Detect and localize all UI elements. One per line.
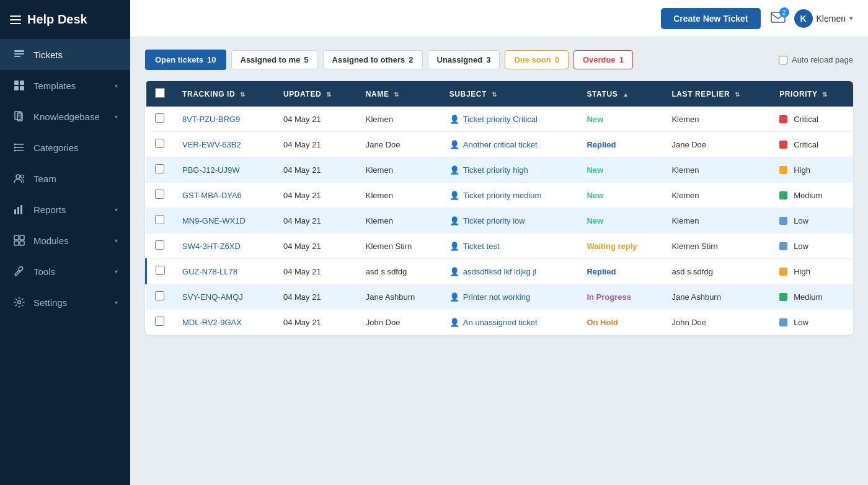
subject-link[interactable]: Ticket priority medium <box>463 191 542 200</box>
subject-cell: 👤 Ticket priority Critical <box>441 107 578 132</box>
tracking-id-link[interactable]: GST-MBA-DYA6 <box>182 191 242 200</box>
last-replier-cell: Jane Doe <box>663 132 771 157</box>
tracking-id-link[interactable]: GUZ-N78-LL78 <box>182 267 237 276</box>
sidebar-item-team[interactable]: Team <box>0 163 130 194</box>
categories-icon <box>12 141 26 154</box>
tracking-id-link[interactable]: MDL-RV2-9GAX <box>182 318 242 327</box>
subject-link[interactable]: Ticket priority low <box>463 216 525 225</box>
subject-link[interactable]: Another critical ticket <box>463 140 538 149</box>
row-checkbox[interactable] <box>156 266 165 275</box>
row-checkbox[interactable] <box>155 139 164 148</box>
th-subject[interactable]: SUBJECT ⇅ <box>441 81 578 107</box>
tracking-id-link[interactable]: VER-EWV-63B2 <box>182 140 241 149</box>
sidebar-item-settings[interactable]: Settings ▾ <box>0 287 130 318</box>
sidebar: Help Desk Tickets <box>0 0 130 485</box>
create-ticket-button[interactable]: Create New Ticket <box>661 8 760 29</box>
subject-link[interactable]: Ticket test <box>463 242 500 251</box>
row-checkbox[interactable] <box>155 190 164 199</box>
sidebar-item-templates[interactable]: Templates ▾ <box>0 70 130 101</box>
row-checkbox-cell <box>146 284 174 310</box>
subject-user-icon: 👤 <box>450 140 459 149</box>
due-soon-filter[interactable]: Due soon 0 <box>505 50 568 69</box>
sidebar-item-reports[interactable]: Reports ▾ <box>0 194 130 225</box>
subject-user-icon: 👤 <box>450 216 459 225</box>
tracking-id-link[interactable]: SW4-3HT-Z6XD <box>182 242 241 251</box>
row-checkbox-cell <box>146 208 174 234</box>
row-checkbox[interactable] <box>155 164 164 173</box>
priority-color-dot <box>779 318 787 326</box>
open-tickets-filter[interactable]: Open tickets 10 <box>145 50 226 70</box>
knowledgebase-icon <box>12 110 26 123</box>
th-name[interactable]: NAME ⇅ <box>357 81 441 107</box>
tracking-id-link[interactable]: 8VT-PZU-BRG9 <box>182 115 240 124</box>
priority-color-dot <box>779 141 787 149</box>
status-badge: Replied <box>587 140 616 149</box>
subject-link[interactable]: Printer not working <box>463 292 530 302</box>
subject-link[interactable]: Ticket priority Critical <box>463 115 538 124</box>
status-badge: New <box>587 165 603 175</box>
sidebar-item-modules[interactable]: Modules ▾ <box>0 225 130 256</box>
svg-point-16 <box>21 175 24 178</box>
svg-rect-23 <box>20 241 24 245</box>
unassigned-filter[interactable]: Unassigned 3 <box>428 50 500 69</box>
th-status[interactable]: STATUS ▲ <box>578 81 663 107</box>
subject-link[interactable]: asdsdfIksd lkf ldjkg jl <box>463 267 537 276</box>
open-tickets-label: Open tickets <box>155 55 203 64</box>
user-menu[interactable]: K Klemen ▾ <box>794 9 853 28</box>
sidebar-item-categories[interactable]: Categories <box>0 132 130 163</box>
mail-count-badge: 2 <box>779 7 789 17</box>
user-dropdown-icon: ▾ <box>849 14 853 22</box>
th-last-replier[interactable]: LAST REPLIER ⇅ <box>663 81 771 107</box>
priority-label: Critical <box>794 115 818 124</box>
mail-icon[interactable]: 2 <box>771 11 786 25</box>
priority-label: Critical <box>794 140 818 149</box>
row-checkbox[interactable] <box>155 317 164 326</box>
th-updated[interactable]: UPDATED ⇅ <box>275 81 357 107</box>
row-checkbox[interactable] <box>155 113 164 123</box>
subject-cell: 👤 An unassigned ticket <box>441 310 578 335</box>
assigned-others-count: 2 <box>409 55 413 64</box>
select-all-checkbox[interactable] <box>155 88 165 98</box>
th-tracking-id[interactable]: TRACKING ID ⇅ <box>174 81 275 107</box>
sidebar-item-tickets[interactable]: Tickets <box>0 39 130 70</box>
tracking-id-cell: SW4-3HT-Z6XD <box>174 234 275 259</box>
due-soon-label: Due soon <box>514 55 551 64</box>
table-row: SVY-ENQ-AMQJ 04 May 21 Jane Ashburn 👤 Pr… <box>146 284 854 310</box>
subject-cell: 👤 Ticket test <box>441 234 578 259</box>
assigned-others-filter[interactable]: Assigned to others 2 <box>323 50 423 69</box>
row-checkbox[interactable] <box>155 291 164 300</box>
updated-cell: 04 May 21 <box>275 259 357 284</box>
overdue-filter[interactable]: Overdue 1 <box>574 50 633 69</box>
th-priority[interactable]: PRIORITY ⇅ <box>771 81 853 107</box>
subject-link[interactable]: Ticket priority high <box>463 165 528 175</box>
subject-cell: 👤 Printer not working <box>441 284 578 310</box>
row-checkbox-cell <box>146 310 174 335</box>
priority-color-dot <box>779 268 787 276</box>
sidebar-item-tools[interactable]: Tools ▾ <box>0 256 130 287</box>
assigned-me-filter[interactable]: Assigned to me 5 <box>231 50 318 69</box>
row-checkbox[interactable] <box>155 240 164 250</box>
sidebar-item-label: Categories <box>33 142 79 153</box>
status-cell: New <box>578 183 663 208</box>
hamburger-menu[interactable] <box>10 15 21 24</box>
tracking-id-cell: GUZ-N78-LL78 <box>174 259 275 284</box>
subject-user-icon: 👤 <box>450 191 459 200</box>
subject-link[interactable]: An unassigned ticket <box>463 318 538 327</box>
row-checkbox[interactable] <box>155 215 164 224</box>
settings-icon <box>12 295 26 309</box>
name-cell: Klemen <box>357 107 441 132</box>
auto-reload-checkbox[interactable] <box>779 56 787 64</box>
tracking-id-link[interactable]: SVY-ENQ-AMQJ <box>182 292 243 302</box>
last-replier-cell: Klemen Stirn <box>663 234 771 259</box>
updated-cell: 04 May 21 <box>275 234 357 259</box>
updated-cell: 04 May 21 <box>275 157 357 183</box>
svg-rect-17 <box>14 209 16 214</box>
tracking-id-link[interactable]: MN9-GNE-WX1D <box>182 216 246 225</box>
tickets-icon <box>12 48 26 61</box>
subject-cell: 👤 asdsdfIksd lkf ldjkg jl <box>441 259 578 284</box>
tracking-id-link[interactable]: PBG-J12-UJ9W <box>182 165 239 175</box>
row-checkbox-cell <box>146 107 174 132</box>
updated-cell: 04 May 21 <box>275 132 357 157</box>
table-row: SW4-3HT-Z6XD 04 May 21 Klemen Stirn 👤 Ti… <box>146 234 854 259</box>
sidebar-item-knowledgebase[interactable]: Knowledgebase ▾ <box>0 101 130 132</box>
